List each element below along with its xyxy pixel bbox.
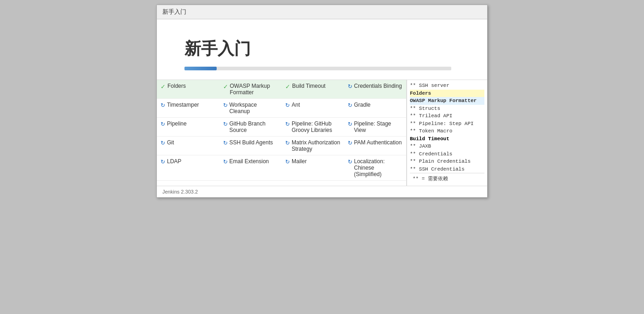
plugin-name: Matrix Authorization Strategy: [292, 139, 340, 152]
version-bar: Jenkins 2.303.2: [157, 186, 487, 197]
hero-section: 新手入门: [157, 19, 487, 80]
plugin-name: Timestamper: [167, 102, 199, 108]
window-title-bar: 新手入门: [157, 5, 487, 19]
plugin-name: Credentials Binding: [354, 83, 402, 89]
plugin-name: Build Timeout: [292, 83, 326, 89]
log-line: ** JAXB: [410, 143, 484, 150]
log-line: ** Pipeline: Step API: [410, 120, 484, 128]
sidebar-footer: ** = 需要依赖: [410, 173, 484, 184]
plugin-name: Git: [167, 139, 174, 146]
plugin-name: OWASP Markup Formatter: [230, 83, 278, 96]
hero-title: 新手入门: [184, 38, 460, 60]
plugin-cell: ↻Workspace Cleanup: [219, 99, 282, 118]
plugin-cell: ↻Pipeline: Stage View: [344, 118, 407, 137]
log-line: ** Trilead API: [410, 112, 484, 120]
log-line: OWASP Markup Formatter: [410, 97, 484, 105]
log-line: ** Credentials: [410, 150, 484, 158]
sync-icon: ↻: [223, 159, 228, 165]
sidebar-footer-text: ** = 需要依赖: [413, 176, 448, 182]
progress-bar-container: [184, 67, 451, 70]
plugin-cell: ↻PAM Authentication: [344, 137, 407, 155]
plugin-name: LDAP: [167, 158, 181, 165]
main-window: 新手入门 新手入门 ✓Folders✓OWASP Markup Formatte…: [156, 5, 488, 198]
plugin-name: Workspace Cleanup: [230, 102, 278, 114]
window-title: 新手入门: [162, 8, 186, 15]
log-line: ** Token Macro: [410, 127, 484, 135]
plugin-name: GitHub Branch Source: [230, 120, 278, 133]
log-line: ** SSH Credentials: [410, 166, 484, 173]
plugin-name: PAM Authentication: [354, 139, 402, 146]
plugin-name: Localization: Chinese (Simplified): [354, 158, 403, 177]
check-icon: ✓: [223, 83, 228, 90]
sync-icon: ↻: [348, 83, 352, 90]
plugin-name: Folders: [167, 83, 186, 89]
sync-icon: ↻: [161, 140, 165, 146]
plugin-name: Gradle: [354, 102, 371, 108]
plugin-cell: ↻Email Extension: [219, 155, 282, 181]
sync-icon: ↻: [223, 140, 228, 146]
plugin-cell: ✓Build Timeout: [282, 80, 344, 99]
plugin-cell: ↻Ant: [282, 99, 344, 118]
plugin-cell: ↻GitHub Branch Source: [219, 118, 282, 137]
plugin-name: Email Extension: [230, 158, 269, 165]
plugin-cell: ✓Folders: [157, 80, 219, 99]
plugin-name: Ant: [292, 102, 300, 108]
sync-icon: ↻: [348, 159, 352, 165]
check-icon: ✓: [285, 83, 290, 90]
log-line: Folders: [410, 90, 484, 97]
check-icon: ✓: [161, 83, 166, 90]
log-line: Build Timeout: [410, 135, 484, 143]
sync-icon: ↻: [161, 102, 165, 108]
plugin-cell: ↻Credentials Binding: [344, 80, 407, 99]
version-text: Jenkins 2.303.2: [162, 189, 198, 194]
plugin-cell: ↻Matrix Authorization Strategy: [282, 137, 344, 155]
sync-icon: ↻: [348, 121, 352, 127]
log-line: ** Plain Credentials: [410, 158, 484, 166]
sync-icon: ↻: [348, 102, 352, 108]
plugin-cell: ↻SSH Build Agents: [219, 137, 282, 155]
plugin-name: Pipeline: GitHub Groovy Libraries: [292, 120, 340, 133]
sync-icon: ↻: [285, 159, 290, 165]
sidebar-log: ** SSH serverFoldersOWASP Markup Formatt…: [407, 80, 487, 186]
plugin-cell: ↻Mailer: [282, 155, 344, 181]
sync-icon: ↻: [223, 121, 228, 127]
sync-icon: ↻: [161, 121, 165, 127]
plugin-cell: ↻Pipeline: GitHub Groovy Libraries: [282, 118, 344, 137]
plugin-name: SSH Build Agents: [230, 139, 273, 146]
plugins-table: ✓Folders✓OWASP Markup Formatter✓Build Ti…: [157, 80, 407, 186]
sync-icon: ↻: [285, 121, 290, 127]
plugin-cell: ✓OWASP Markup Formatter: [219, 80, 282, 99]
progress-bar-fill: [184, 67, 217, 70]
log-line: ** Structs: [410, 105, 484, 113]
sync-icon: ↻: [161, 159, 165, 165]
plugin-cell: ↻Timestamper: [157, 99, 219, 118]
plugin-cell: ↻LDAP: [157, 155, 219, 181]
plugin-name: Pipeline: [167, 120, 187, 127]
plugin-name: Pipeline: Stage View: [354, 120, 403, 133]
sync-icon: ↻: [348, 140, 352, 146]
sync-icon: ↻: [285, 140, 290, 146]
main-content: ✓Folders✓OWASP Markup Formatter✓Build Ti…: [157, 80, 487, 186]
plugin-cell: ↻Pipeline: [157, 118, 219, 137]
plugin-cell: ↻Git: [157, 137, 219, 155]
plugin-name: Mailer: [292, 158, 307, 165]
plugin-cell: ↻Localization: Chinese (Simplified): [344, 155, 407, 181]
log-line: ** SSH server: [410, 82, 484, 90]
sync-icon: ↻: [285, 102, 290, 108]
plugin-cell: ↻Gradle: [344, 99, 407, 118]
sync-icon: ↻: [223, 102, 228, 108]
